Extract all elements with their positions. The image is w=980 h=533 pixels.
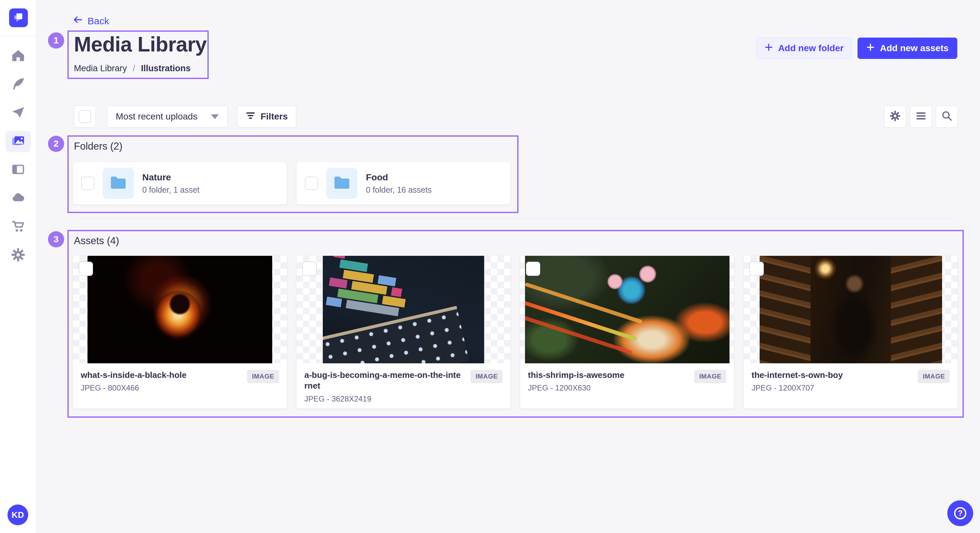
sort-dropdown[interactable]: Most recent uploads bbox=[107, 106, 228, 128]
folder-checkbox[interactable] bbox=[81, 177, 94, 190]
filters-button[interactable]: Filters bbox=[237, 106, 296, 128]
asset-info: a-bug-is-becoming-a-meme-on-the-internet… bbox=[296, 363, 511, 410]
asset-card[interactable]: what-s-inside-a-black-hole JPEG - 800X46… bbox=[73, 256, 287, 409]
folder-tile bbox=[103, 168, 134, 199]
select-all-checkbox[interactable] bbox=[79, 110, 91, 123]
bookshelf bbox=[891, 256, 942, 363]
gear-icon bbox=[889, 110, 901, 123]
asset-name: the-internet-s-own-boy bbox=[751, 370, 843, 381]
back-link[interactable]: Back bbox=[72, 15, 109, 27]
folder-texts: Food 0 folder, 16 assets bbox=[366, 172, 432, 195]
annotation-marker-2: 2 bbox=[48, 136, 64, 152]
asset-meta: JPEG - 1200X707 bbox=[751, 383, 843, 392]
asset-card[interactable]: a-bug-is-becoming-a-meme-on-the-internet… bbox=[296, 256, 511, 409]
code-laptop-image bbox=[323, 256, 484, 363]
annotation-marker-3: 3 bbox=[48, 231, 64, 247]
folder-meta: 0 folder, 16 assets bbox=[366, 185, 432, 195]
list-view-button[interactable] bbox=[910, 106, 932, 128]
sidebar-item-releases[interactable] bbox=[5, 102, 31, 124]
asset-info: this-shrimp-is-awesome JPEG - 1200X630 I… bbox=[520, 363, 734, 399]
asset-preview[interactable] bbox=[744, 256, 958, 363]
asset-card[interactable]: this-shrimp-is-awesome JPEG - 1200X630 I… bbox=[520, 256, 734, 409]
sort-dropdown-value: Most recent uploads bbox=[116, 111, 197, 122]
breadcrumb-root[interactable]: Media Library bbox=[74, 63, 127, 73]
sidebar-item-media-library[interactable] bbox=[5, 131, 31, 152]
search-icon bbox=[942, 110, 953, 123]
asset-texts: a-bug-is-becoming-a-meme-on-the-internet… bbox=[304, 370, 463, 403]
asset-card[interactable]: the-internet-s-own-boy JPEG - 1200X707 I… bbox=[744, 256, 958, 409]
asset-checkbox[interactable] bbox=[79, 262, 93, 276]
asset-preview[interactable] bbox=[73, 256, 287, 363]
asset-name: this-shrimp-is-awesome bbox=[528, 370, 625, 381]
list-view-icon bbox=[916, 112, 926, 121]
select-all-checkbox-container[interactable] bbox=[74, 106, 96, 128]
folder-meta: 0 folder, 1 asset bbox=[142, 185, 200, 195]
sidebar-item-deploy[interactable] bbox=[5, 188, 31, 209]
back-label: Back bbox=[88, 16, 109, 27]
annotation-marker-1: 1 bbox=[48, 32, 64, 49]
breadcrumb-separator: / bbox=[133, 63, 135, 73]
asset-info: what-s-inside-a-black-hole JPEG - 800X46… bbox=[73, 363, 287, 399]
sidebar-item-marketplace[interactable] bbox=[5, 216, 31, 238]
library-portrait-image bbox=[760, 256, 942, 363]
sidebar-item-home[interactable] bbox=[5, 45, 31, 67]
sidebar-nav bbox=[0, 45, 36, 266]
assets-section-title: Assets (4) bbox=[74, 235, 119, 247]
chevron-down-icon bbox=[211, 114, 219, 119]
folder-name: Food bbox=[366, 172, 432, 182]
feather-icon bbox=[11, 76, 25, 93]
asset-meta: JPEG - 3628X2419 bbox=[304, 394, 463, 403]
black-hole-image bbox=[88, 256, 272, 363]
asset-texts: what-s-inside-a-black-hole JPEG - 800X46… bbox=[81, 370, 187, 392]
folder-card-nature[interactable]: Nature 0 folder, 1 asset bbox=[73, 162, 287, 205]
search-button[interactable] bbox=[936, 106, 958, 128]
add-new-folder-label: Add new folder bbox=[778, 43, 843, 54]
mantis-shrimp-image bbox=[525, 256, 730, 363]
breadcrumb-current: Illustrations bbox=[141, 63, 191, 73]
asset-info: the-internet-s-own-boy JPEG - 1200X707 I… bbox=[744, 363, 958, 399]
asset-texts: this-shrimp-is-awesome JPEG - 1200X630 bbox=[528, 370, 625, 392]
folder-card-food[interactable]: Food 0 folder, 16 assets bbox=[296, 162, 511, 205]
asset-checkbox[interactable] bbox=[526, 262, 540, 276]
asset-preview[interactable] bbox=[296, 256, 511, 363]
plus-icon bbox=[765, 43, 773, 54]
folders-section-title: Folders (2) bbox=[74, 141, 123, 152]
home-icon bbox=[11, 48, 25, 64]
filter-icon bbox=[246, 111, 255, 122]
folder-checkbox[interactable] bbox=[305, 177, 318, 190]
cart-icon bbox=[11, 219, 25, 235]
page-title: Media Library bbox=[74, 32, 207, 56]
paper-plane-icon bbox=[11, 105, 25, 121]
asset-texts: the-internet-s-own-boy JPEG - 1200X707 bbox=[751, 370, 843, 392]
sidebar-item-settings[interactable] bbox=[5, 245, 31, 266]
sidebar-item-content-type-builder[interactable] bbox=[5, 159, 31, 181]
strapi-logo[interactable] bbox=[9, 8, 28, 27]
back-arrow-icon bbox=[72, 15, 83, 27]
help-button[interactable]: ? bbox=[947, 500, 973, 526]
media-library-icon bbox=[10, 133, 26, 150]
add-new-assets-label: Add new assets bbox=[880, 43, 948, 54]
folder-tile bbox=[326, 168, 358, 199]
layout-panel-icon bbox=[11, 162, 25, 178]
sidebar: KD bbox=[0, 0, 36, 533]
asset-checkbox[interactable] bbox=[749, 262, 764, 276]
view-settings-button[interactable] bbox=[884, 106, 906, 128]
bookshelf bbox=[760, 256, 811, 363]
sidebar-divider bbox=[0, 36, 36, 36]
strapi-logo-icon bbox=[13, 12, 24, 24]
cloud-icon bbox=[11, 190, 25, 206]
folder-name: Nature bbox=[142, 172, 200, 182]
sidebar-item-content-manager[interactable] bbox=[5, 74, 31, 95]
add-new-assets-button[interactable]: Add new assets bbox=[858, 38, 957, 59]
asset-meta: JPEG - 1200X630 bbox=[528, 383, 625, 392]
asset-type-badge: IMAGE bbox=[471, 370, 503, 383]
asset-name: what-s-inside-a-black-hole bbox=[81, 370, 187, 381]
filters-label: Filters bbox=[261, 111, 288, 122]
asset-preview[interactable] bbox=[520, 256, 734, 363]
user-avatar[interactable]: KD bbox=[8, 504, 28, 525]
add-new-folder-button[interactable]: Add new folder bbox=[756, 38, 852, 59]
asset-checkbox[interactable] bbox=[302, 262, 317, 276]
asset-name: a-bug-is-becoming-a-meme-on-the-internet bbox=[304, 370, 463, 392]
folder-icon bbox=[333, 175, 351, 191]
gear-icon bbox=[11, 247, 25, 263]
